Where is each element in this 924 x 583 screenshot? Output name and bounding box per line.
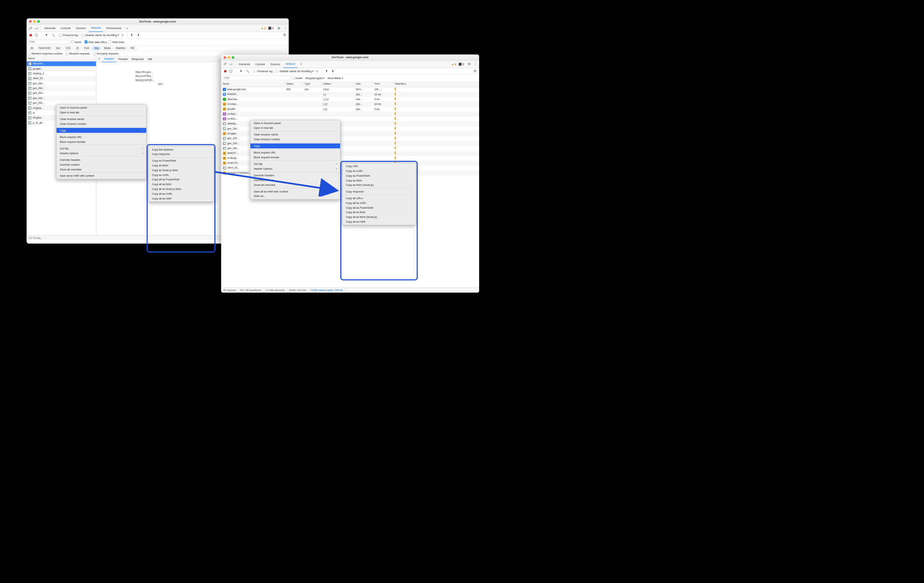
errors-badge[interactable]: ⬛ 2 xyxy=(459,63,464,66)
menu-show-overrides[interactable]: Show all overrides xyxy=(251,183,340,187)
more-filters-dropdown[interactable]: More filters ▾ xyxy=(328,77,343,79)
network-settings-icon[interactable] xyxy=(282,32,288,38)
request-row[interactable]: ▦gen_204… xyxy=(26,96,96,100)
col-time[interactable]: Time xyxy=(373,82,393,87)
menu-override-headers[interactable]: Override headers xyxy=(251,173,340,178)
menu-header-options[interactable]: Header Options xyxy=(56,151,146,156)
network-conditions-icon[interactable] xyxy=(120,32,125,38)
tab-sources[interactable]: Sources xyxy=(268,60,283,68)
upload-har-icon[interactable] xyxy=(129,32,135,38)
blocked-requests-checkbox[interactable]: Blocked requests xyxy=(66,52,89,55)
cell-initiator[interactable]: ):0 xyxy=(322,93,354,96)
request-row[interactable]: ▦client_20… xyxy=(26,76,96,81)
tab-console[interactable]: Console xyxy=(253,60,268,68)
copy-submenu-right[interactable]: Copy URLCopy as cURLCopy as PowerShellCo… xyxy=(343,163,416,225)
tab-elements[interactable]: Elements xyxy=(236,60,252,68)
request-row[interactable]: {}m=cdos… ):20 (dis… 18 ms xyxy=(221,102,479,106)
menu-clear-cache[interactable]: Clear browser cache xyxy=(251,132,340,137)
request-row[interactable]: T4UaGrE… ):0 (dis… 14 ms xyxy=(221,92,479,97)
col-size[interactable]: Size xyxy=(354,82,373,87)
menu-override-content[interactable]: Override content xyxy=(251,178,340,183)
menu-open-new-tab[interactable]: Open in new tab xyxy=(56,110,146,115)
chip-font[interactable]: Font xyxy=(82,46,91,50)
chip-manifest[interactable]: Manifest xyxy=(114,46,127,50)
network-settings-icon[interactable] xyxy=(472,68,478,74)
request-row[interactable]: ▦desktop_2… xyxy=(26,71,96,76)
menu-save-as[interactable]: Save as… xyxy=(251,194,340,199)
more-tabs-icon[interactable] xyxy=(298,61,304,68)
more-tabs-icon[interactable] xyxy=(124,25,130,31)
cell-initiator[interactable]: ):112 xyxy=(322,97,354,100)
throttling-select[interactable]: No throttling▾ xyxy=(103,33,119,36)
filter-icon[interactable]: ▼ xyxy=(238,68,244,74)
submenu-item[interactable]: Copy link address xyxy=(149,147,214,152)
submenu-item[interactable]: Copy all as Node.js fetch xyxy=(149,187,214,191)
tab-network[interactable]: Network xyxy=(89,24,104,32)
submenu-item[interactable]: Copy as PowerShell xyxy=(343,173,416,178)
preserve-log-checkbox[interactable]: Preserve log xyxy=(254,69,272,72)
record-icon[interactable] xyxy=(223,68,228,74)
preserve-log-checkbox[interactable]: Preserve log xyxy=(59,33,78,36)
menu-copy[interactable]: Copy xyxy=(251,143,340,148)
download-har-icon[interactable] xyxy=(330,68,336,74)
errors-badge[interactable]: ⬛ 3 xyxy=(268,26,274,30)
throttling-select[interactable]: No throttling▾ xyxy=(297,69,314,72)
chip-ws[interactable]: WS xyxy=(128,46,137,50)
menu-copy[interactable]: Copy xyxy=(56,128,146,133)
minimize-icon[interactable] xyxy=(228,56,230,59)
traffic-lights[interactable] xyxy=(221,56,234,59)
tab-performance[interactable]: Performance xyxy=(104,24,124,32)
menu-save-har[interactable]: Save all as HAR with content xyxy=(56,173,146,178)
menu-override-content[interactable]: Override content xyxy=(56,162,146,167)
request-row[interactable]: ▦ANLem4… xyxy=(26,61,96,66)
submenu-item[interactable]: Copy as cURL xyxy=(149,173,214,178)
context-menu-left[interactable]: Open in Sources panel Open in new tab Cl… xyxy=(56,105,147,179)
tab-sources[interactable]: Sources xyxy=(74,24,88,32)
invert-checkbox[interactable]: Invert xyxy=(71,41,81,43)
inspect-icon[interactable] xyxy=(28,25,33,31)
menu-open-sources[interactable]: Open in Sources panel xyxy=(56,105,146,110)
col-waterfall[interactable]: Waterfall xyxy=(393,82,480,87)
chip-all[interactable]: All xyxy=(28,46,36,50)
menu-clear-cookies[interactable]: Clear browser cookies xyxy=(56,122,146,126)
blocked-response-cookies-checkbox[interactable]: Blocked response cookies xyxy=(28,52,63,55)
traffic-lights[interactable] xyxy=(26,20,40,23)
col-status[interactable]: Status xyxy=(285,82,303,87)
submenu-item[interactable]: Copy all as cURL xyxy=(149,191,214,196)
warnings-badge[interactable]: ▲ 8 xyxy=(452,63,456,66)
col-name[interactable]: Name xyxy=(26,56,96,61)
menu-block-url[interactable]: Block request URL xyxy=(251,150,340,155)
request-row[interactable]: ▦gen_204… xyxy=(26,86,96,91)
close-icon[interactable] xyxy=(224,56,226,59)
cell-initiator[interactable]: ):62 xyxy=(322,107,354,110)
submenu-item[interactable]: Copy all as PowerShell xyxy=(149,177,214,182)
submenu-item[interactable]: Copy response xyxy=(149,152,214,157)
device-toggle-icon[interactable] xyxy=(228,61,234,68)
clear-icon[interactable] xyxy=(34,32,40,38)
tab-elements[interactable]: Elements xyxy=(42,24,58,32)
menu-header-options[interactable]: Header Options xyxy=(251,166,340,171)
context-menu-right[interactable]: Open in Sources panel Open in new tab Cl… xyxy=(250,120,340,199)
submenu-item[interactable]: Copy as fetch xyxy=(343,178,416,183)
submenu-item[interactable]: Copy response xyxy=(343,189,416,194)
menu-block-url[interactable]: Block request URL xyxy=(56,135,146,140)
search-icon[interactable] xyxy=(244,68,251,74)
request-row[interactable]: ≡www.google.com 200 doc Other 56.6… 149 … xyxy=(221,87,479,92)
submenu-item[interactable]: Copy all URLs xyxy=(343,196,416,201)
upload-har-icon[interactable] xyxy=(323,68,329,74)
menu-save-har[interactable]: Save all as HAR with content xyxy=(251,189,340,194)
filter-icon[interactable]: ▼ xyxy=(43,32,50,38)
menu-clear-cache[interactable]: Clear browser cache xyxy=(56,117,146,122)
submenu-item[interactable]: Copy URL xyxy=(343,164,416,168)
submenu-item[interactable]: Copy all as PowerShell xyxy=(343,205,416,210)
col-initiator[interactable]: Initiator xyxy=(322,82,354,87)
close-icon[interactable] xyxy=(29,20,32,23)
subtab-preview[interactable]: Preview xyxy=(116,56,130,62)
menu-open-new-tab[interactable]: Open in new tab xyxy=(251,125,340,130)
submenu-item[interactable]: Copy as fetch xyxy=(149,163,214,168)
clear-icon[interactable] xyxy=(229,68,235,74)
menu-icon[interactable] xyxy=(472,61,478,68)
subtab-headers[interactable]: Headers xyxy=(102,56,116,62)
submenu-item[interactable]: Copy all as fetch xyxy=(343,210,416,214)
menu-sort-by[interactable]: Sort By xyxy=(251,161,340,166)
